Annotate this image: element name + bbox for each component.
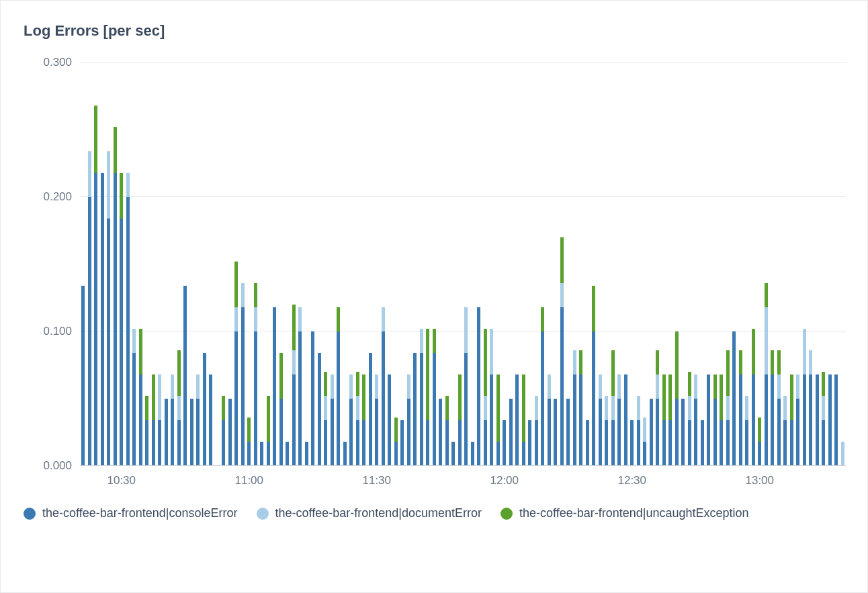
bar-column[interactable] [382, 307, 385, 466]
bar-column[interactable] [305, 442, 308, 466]
bar-column[interactable] [617, 374, 621, 466]
bar-column[interactable] [732, 331, 736, 466]
bar-column[interactable] [394, 418, 398, 466]
bar-column[interactable] [420, 329, 423, 466]
bar-column[interactable] [114, 127, 117, 466]
bar-column[interactable] [254, 283, 257, 466]
bar-column[interactable] [720, 374, 723, 466]
bar-column[interactable] [566, 399, 570, 466]
bar-column[interactable] [484, 329, 487, 466]
bar-column[interactable] [190, 399, 193, 466]
bar-column[interactable] [362, 374, 365, 466]
bar-column[interactable] [94, 106, 97, 466]
bar-column[interactable] [586, 420, 589, 466]
bar-column[interactable] [599, 374, 602, 466]
bar-column[interactable] [496, 374, 500, 466]
bar-column[interactable] [209, 374, 212, 466]
bar-column[interactable] [165, 399, 168, 466]
legend-item-consoleError[interactable]: the-coffee-bar-frontend|consoleError [24, 506, 238, 520]
bar-column[interactable] [228, 399, 232, 466]
bar-column[interactable] [458, 374, 462, 466]
bar-column[interactable] [349, 374, 353, 466]
bar-column[interactable] [503, 420, 506, 466]
bar-column[interactable] [120, 173, 123, 466]
bar-column[interactable] [541, 307, 544, 466]
bar-column[interactable] [407, 374, 410, 466]
bar-column[interactable] [101, 173, 104, 466]
bar-column[interactable] [337, 307, 340, 466]
bar-column[interactable] [324, 372, 327, 466]
bar-column[interactable] [388, 374, 391, 466]
bar-column[interactable] [701, 420, 704, 466]
bar-column[interactable] [81, 286, 85, 466]
bar-column[interactable] [560, 237, 564, 466]
bar-column[interactable] [771, 350, 774, 466]
bar-column[interactable] [292, 305, 296, 466]
bar-column[interactable] [758, 418, 761, 466]
bar-column[interactable] [139, 329, 142, 466]
bar-column[interactable] [203, 353, 206, 466]
bar-column[interactable] [471, 442, 474, 466]
plot[interactable] [80, 63, 846, 466]
bar-column[interactable] [522, 374, 525, 466]
bar-column[interactable] [267, 396, 270, 466]
bar-column[interactable] [451, 442, 455, 466]
bar-column[interactable] [260, 442, 263, 466]
bar-column[interactable] [331, 374, 334, 466]
bar-column[interactable] [579, 350, 582, 466]
bar-column[interactable] [177, 350, 181, 466]
legend-item-documentError[interactable]: the-coffee-bar-frontend|documentError [257, 506, 482, 520]
bar-column[interactable] [745, 396, 748, 466]
bar-column[interactable] [490, 329, 493, 466]
bar-column[interactable] [796, 374, 799, 466]
bar-column[interactable] [688, 372, 691, 466]
bar-column[interactable] [247, 418, 251, 466]
bar-column[interactable] [234, 262, 238, 466]
legend-item-uncaughtException[interactable]: the-coffee-bar-frontend|uncaughtExceptio… [501, 506, 749, 520]
bar-column[interactable] [426, 329, 429, 466]
bar-column[interactable] [637, 396, 640, 466]
bar-column[interactable] [279, 353, 283, 466]
bar-column[interactable] [643, 418, 646, 466]
bar-column[interactable] [183, 286, 187, 466]
bar-column[interactable] [726, 350, 730, 466]
bar-column[interactable] [828, 374, 832, 466]
bar-column[interactable] [739, 350, 742, 466]
bar-column[interactable] [777, 350, 781, 466]
bar-column[interactable] [752, 329, 755, 466]
bar-column[interactable] [834, 374, 838, 466]
bar-column[interactable] [765, 283, 768, 466]
bar-column[interactable] [822, 372, 825, 466]
bar-column[interactable] [528, 420, 531, 466]
bar-column[interactable] [592, 286, 595, 466]
bar-column[interactable] [535, 396, 538, 466]
bar-column[interactable] [681, 399, 685, 466]
bar-column[interactable] [318, 353, 321, 466]
bar-column[interactable] [145, 396, 148, 466]
bar-column[interactable] [477, 307, 480, 466]
bar-column[interactable] [132, 329, 136, 466]
bar-column[interactable] [439, 399, 442, 466]
bar-column[interactable] [171, 374, 174, 466]
bar-column[interactable] [809, 350, 812, 466]
bar-column[interactable] [707, 374, 710, 466]
bar-column[interactable] [573, 350, 576, 466]
bar-column[interactable] [548, 374, 551, 466]
bar-column[interactable] [464, 307, 468, 466]
bar-column[interactable] [126, 173, 130, 466]
bar-column[interactable] [509, 399, 513, 466]
bar-column[interactable] [158, 374, 161, 466]
bar-column[interactable] [790, 374, 793, 466]
bar-column[interactable] [605, 396, 608, 466]
bar-column[interactable] [803, 329, 806, 466]
bar-column[interactable] [400, 420, 404, 466]
bar-column[interactable] [783, 396, 787, 466]
bar-column[interactable] [713, 374, 717, 466]
bar-column[interactable] [656, 350, 659, 466]
bar-column[interactable] [433, 329, 436, 466]
bar-column[interactable] [662, 374, 666, 466]
bar-column[interactable] [413, 353, 417, 466]
bar-column[interactable] [816, 374, 819, 466]
bar-column[interactable] [196, 374, 200, 466]
bar-column[interactable] [515, 374, 519, 466]
